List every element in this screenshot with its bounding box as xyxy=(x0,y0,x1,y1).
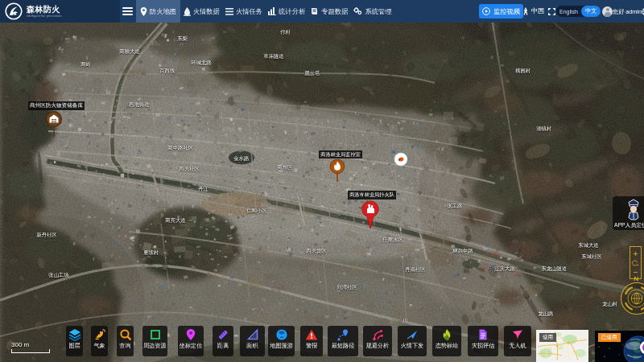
svg-text:N: N xyxy=(634,275,639,282)
